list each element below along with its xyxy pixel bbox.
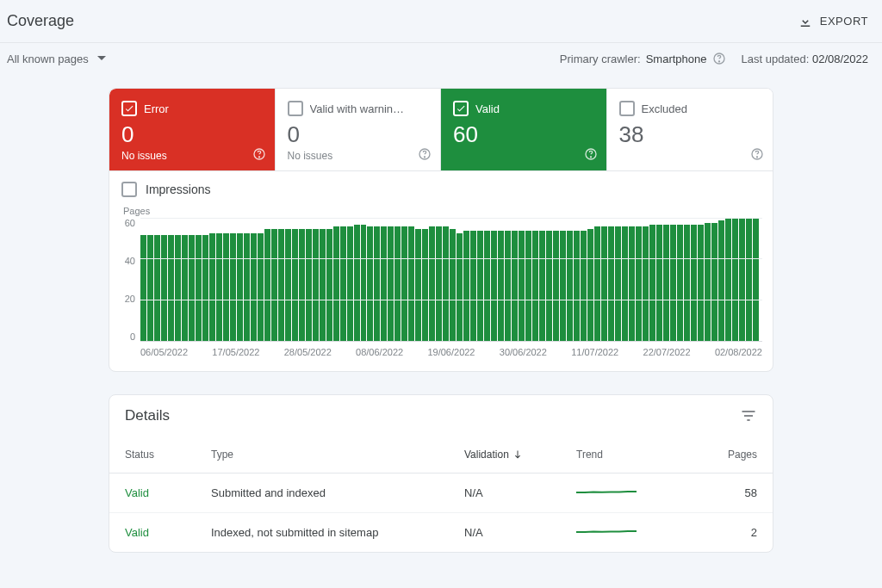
export-button[interactable]: EXPORT [798,14,868,29]
col-validation[interactable]: Validation [464,449,568,461]
chart-bar [361,225,367,341]
help-icon[interactable] [750,147,764,164]
col-type[interactable]: Type [211,449,456,461]
row-validation: N/A [464,526,568,539]
chart-bar [643,226,649,341]
tile-error[interactable]: Error 0 No issues [109,89,276,170]
tile-excluded[interactable]: Excluded 38 [607,89,773,170]
chart-bar [394,226,401,341]
x-tick: 11/07/2022 [571,347,618,357]
row-type: Indexed, not submitted in sitemap [211,526,456,539]
help-icon[interactable] [584,147,598,164]
x-tick: 22/07/2022 [643,347,691,357]
tile-valid-count: 60 [453,121,594,148]
chart-bar [251,233,257,341]
y-tick: 0 [130,331,135,342]
help-icon[interactable] [712,52,726,65]
row-pages: 58 [697,486,757,499]
tile-excluded-label: Excluded [642,102,687,115]
chart-bar [320,229,326,341]
chart-bar [244,233,250,341]
chart-bar [546,231,552,341]
impressions-checkbox[interactable] [121,182,137,197]
col-trend[interactable]: Trend [576,449,688,461]
chart-bar [498,231,504,341]
row-status: Valid [125,486,202,499]
chart-bar [670,225,676,341]
help-icon[interactable] [418,147,432,164]
filter-icon[interactable] [740,407,757,424]
chart-bar [484,231,490,341]
tile-error-label: Error [144,102,169,115]
chart-bar [553,231,559,341]
primary-crawler: Primary crawler: Smartphone [560,52,726,65]
chart-bar [615,226,621,341]
chart-bar [691,225,697,341]
tile-error-checkbox[interactable] [121,101,137,116]
chart-bar [347,226,353,341]
chart-y-axis: 6040200 [120,218,140,342]
chart-bar [381,226,387,341]
chart-bar [326,229,332,341]
details-title: Details [125,407,170,424]
chart-bar [147,235,153,341]
chart-bar [189,235,195,341]
chart-bar [237,233,243,341]
chart-bar [230,233,236,341]
chart-bar [292,229,298,341]
chart-bar [457,233,463,341]
svg-point-7 [590,157,591,158]
tile-valid-checkbox[interactable] [453,101,469,116]
chart-bar [401,226,407,341]
chart-bar [216,233,222,341]
chart-bar [711,223,717,341]
chart-bar [629,226,635,341]
chart-bar [202,235,208,341]
chart-bar [560,231,566,341]
chart-bar [285,229,291,341]
chart-bar [313,229,319,341]
chart-bar [601,226,607,341]
row-status: Valid [125,526,202,539]
chart-bar [677,225,683,341]
chart-bar [753,219,759,341]
chart-bar [450,229,456,341]
last-updated-label: Last updated: [742,53,810,65]
pages-filter-dropdown[interactable]: All known pages [7,53,106,65]
chart-bar [340,226,346,341]
tile-warning[interactable]: Valid with warnin… 0 No issues [276,89,442,170]
tile-warning-sub: No issues [288,150,429,162]
tile-excluded-checkbox[interactable] [619,101,635,116]
chart-bar [140,235,146,341]
chart-bar [532,231,538,341]
col-pages[interactable]: Pages [697,449,757,461]
table-row[interactable]: ValidIndexed, not submitted in sitemapN/… [109,513,773,552]
col-status[interactable]: Status [125,449,202,461]
arrow-down-icon [512,449,523,460]
last-updated: Last updated: 02/08/2022 [742,53,869,65]
chart-bar [209,233,215,341]
x-tick: 17/05/2022 [212,347,259,357]
table-row[interactable]: ValidSubmitted and indexedN/A58 [109,473,773,513]
chart-bar [698,225,704,341]
page-title: Coverage [7,12,74,30]
chart-bar [587,229,593,341]
chart-bar [470,231,476,341]
help-icon[interactable] [252,147,266,164]
chart-bar [264,229,270,341]
row-pages: 2 [697,526,757,539]
tile-valid[interactable]: Valid 60 [441,89,607,170]
chevron-down-icon [97,54,106,63]
x-tick: 28/05/2022 [284,347,332,357]
chart-bar [567,231,573,341]
tile-warning-checkbox[interactable] [288,101,303,116]
chart-bar [408,226,414,341]
chart-bar [196,235,202,341]
status-tiles: Error 0 No issues Valid with warnin… 0 N… [109,89,773,171]
chart-bar [649,225,655,341]
pages-filter-label: All known pages [7,53,89,65]
chart-bar [463,231,469,341]
chart-bar [746,219,752,341]
y-tick: 20 [125,294,135,304]
chart-y-label: Pages [120,206,762,216]
